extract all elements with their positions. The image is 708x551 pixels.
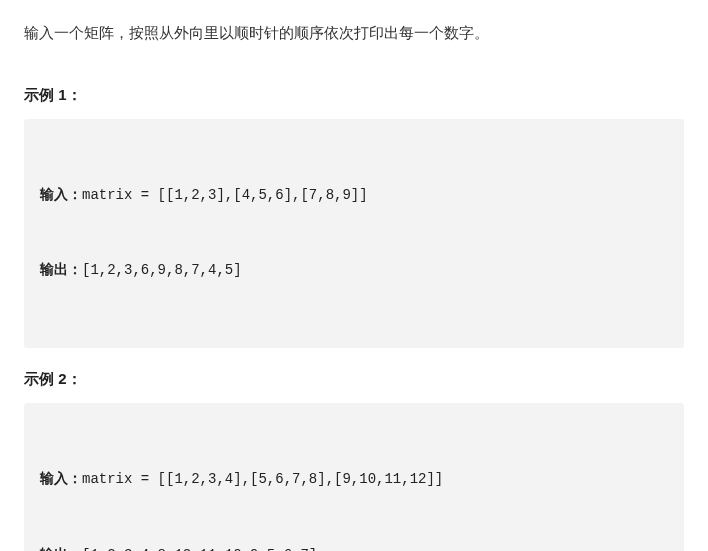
output-label: 输出： [40, 547, 82, 551]
example2-input-line: 输入：matrix = [[1,2,3,4],[5,6,7,8],[9,10,1… [40, 467, 668, 492]
example1-output-line: 输出：[1,2,3,6,9,8,7,4,5] [40, 258, 668, 283]
example2-output-value: [1,2,3,4,8,12,11,10,9,5,6,7] [82, 547, 317, 551]
example1-code: 输入：matrix = [[1,2,3],[4,5,6],[7,8,9]] 输出… [24, 119, 684, 349]
example2-heading: 示例 2： [24, 370, 684, 389]
example1-heading: 示例 1： [24, 86, 684, 105]
input-label: 输入： [40, 471, 82, 487]
example2-input-value: matrix = [[1,2,3,4],[5,6,7,8],[9,10,11,1… [82, 471, 443, 487]
example1-input-line: 输入：matrix = [[1,2,3],[4,5,6],[7,8,9]] [40, 183, 668, 208]
example1-output-value: [1,2,3,6,9,8,7,4,5] [82, 262, 242, 278]
example2-code: 输入：matrix = [[1,2,3,4],[5,6,7,8],[9,10,1… [24, 403, 684, 551]
example1-input-value: matrix = [[1,2,3],[4,5,6],[7,8,9]] [82, 187, 368, 203]
example2-output-line: 输出：[1,2,3,4,8,12,11,10,9,5,6,7] [40, 543, 668, 551]
document-body: 输入一个矩阵，按照从外向里以顺时针的顺序依次打印出每一个数字。 示例 1： 输入… [0, 0, 708, 551]
output-label: 输出： [40, 262, 82, 278]
input-label: 输入： [40, 187, 82, 203]
problem-description: 输入一个矩阵，按照从外向里以顺时针的顺序依次打印出每一个数字。 [24, 20, 684, 46]
